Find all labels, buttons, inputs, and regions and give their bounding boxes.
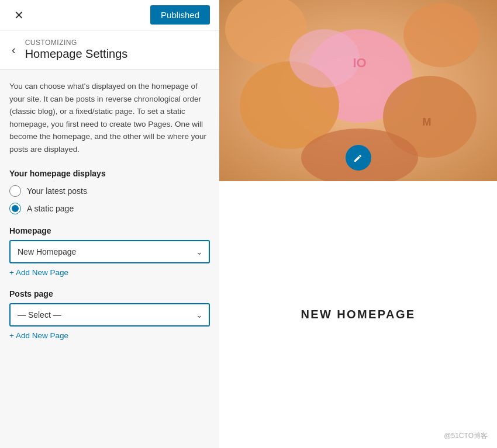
radio-latest-posts-label: Your latest posts xyxy=(27,186,87,196)
radio-static-page-input[interactable] xyxy=(9,203,21,214)
add-posts-page-link[interactable]: + Add New Page xyxy=(9,331,68,340)
top-bar: ✕ Published xyxy=(0,0,219,30)
homepage-select-wrapper: New Homepage Sample Page ⌄ xyxy=(9,240,210,263)
homepage-field-section: Homepage New Homepage Sample Page ⌄ + Ad… xyxy=(9,226,210,277)
pencil-icon xyxy=(353,152,364,163)
edit-hero-button[interactable] xyxy=(346,145,371,171)
posts-page-select-wrapper: — Select — Sample Page ⌄ xyxy=(9,303,210,327)
svg-text:M: M xyxy=(423,116,432,128)
posts-page-field-label: Posts page xyxy=(9,289,210,298)
customizing-label: Customizing xyxy=(25,39,128,47)
homepage-displays-label: Your homepage displays xyxy=(9,169,210,178)
homepage-field-label: Homepage xyxy=(9,226,210,235)
radio-static-page[interactable]: A static page xyxy=(9,203,210,214)
radio-static-page-label: A static page xyxy=(27,204,74,213)
published-button[interactable]: Published xyxy=(150,5,210,25)
hero-image: IO M xyxy=(219,0,497,181)
svg-text:IO: IO xyxy=(353,55,366,70)
radio-latest-posts-input[interactable] xyxy=(9,185,21,197)
posts-page-select[interactable]: — Select — Sample Page xyxy=(9,303,210,327)
left-panel: ✕ Published ‹ Customizing Homepage Setti… xyxy=(0,0,219,448)
svg-point-7 xyxy=(289,29,360,88)
svg-point-5 xyxy=(403,3,479,67)
radio-group: Your latest posts A static page xyxy=(9,185,210,214)
watermark: @51CTO博客 xyxy=(444,431,488,441)
section-title-wrap: Customizing Homepage Settings xyxy=(25,39,128,61)
description-text: You can choose what's displayed on the h… xyxy=(9,80,210,156)
homepage-select[interactable]: New Homepage Sample Page xyxy=(9,240,210,263)
close-button[interactable]: ✕ xyxy=(9,7,29,23)
posts-page-field-section: Posts page — Select — Sample Page ⌄ + Ad… xyxy=(9,289,210,341)
back-button[interactable]: ‹ xyxy=(9,44,18,55)
add-homepage-link[interactable]: + Add New Page xyxy=(9,268,68,277)
new-homepage-title: NEW HOMEPAGE xyxy=(301,308,415,321)
panel-content: You can choose what's displayed on the h… xyxy=(0,70,219,448)
right-panel: IO M NEW HOMEPAGE @51CTO博客 xyxy=(219,0,497,448)
section-title: Homepage Settings xyxy=(25,47,128,61)
radio-latest-posts[interactable]: Your latest posts xyxy=(9,185,210,197)
section-header: ‹ Customizing Homepage Settings xyxy=(0,30,219,70)
content-area: NEW HOMEPAGE xyxy=(219,181,497,448)
